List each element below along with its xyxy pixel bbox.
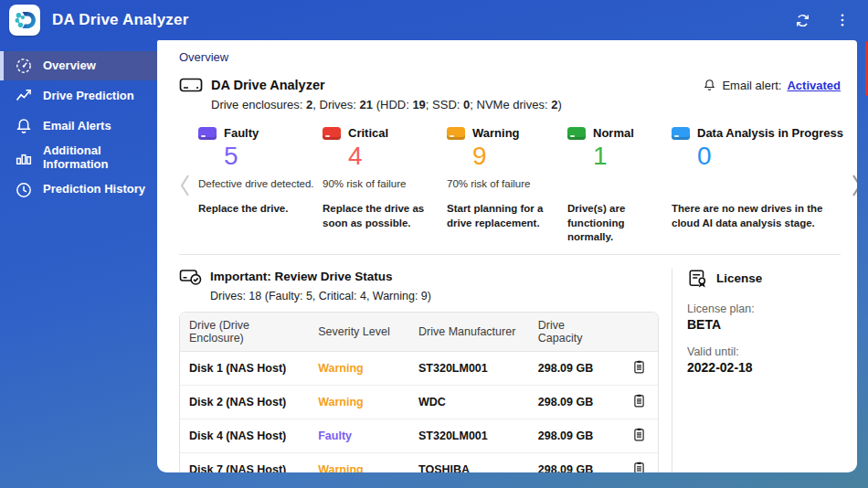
chevron-left-icon bbox=[179, 174, 191, 197]
table-row: Disk 4 (NAS Host)FaultyST320LM001298.09 … bbox=[180, 419, 658, 452]
sidebar-item-email-alerts[interactable]: Email Alerts bbox=[0, 111, 157, 141]
column-header-drive-capacity: Drive Capacity bbox=[529, 313, 619, 352]
clock-icon bbox=[14, 180, 33, 199]
card-recommendation: Start planning for a drive replacement. bbox=[447, 202, 560, 230]
license-title: License bbox=[716, 271, 762, 285]
card-label: Critical bbox=[348, 126, 388, 140]
card-label: Faulty bbox=[224, 126, 259, 140]
status-cards: Faulty5Defective drive detected.Replace … bbox=[191, 126, 851, 245]
sidebar: OverviewDrive PredictionEmail AlertsAddi… bbox=[0, 40, 157, 488]
sidebar-item-additional-information[interactable]: Additional Information bbox=[0, 142, 157, 175]
card-recommendation: Replace the drive as soon as possible. bbox=[323, 202, 439, 230]
license-valid-value: 2022-02-18 bbox=[687, 360, 841, 375]
sidebar-item-prediction-history[interactable]: Prediction History bbox=[0, 175, 157, 205]
email-alert-label: Email alert: bbox=[722, 79, 781, 92]
page-title: Overview bbox=[179, 50, 841, 64]
column-header-severity-level: Severity Level bbox=[309, 313, 409, 352]
kebab-menu-button[interactable] bbox=[831, 9, 853, 31]
app-logo bbox=[9, 5, 40, 36]
da-drive-analyzer-logo-icon bbox=[12, 7, 37, 33]
card-count: 1 bbox=[593, 143, 664, 169]
sidebar-item-label: Email Alerts bbox=[43, 120, 111, 133]
severity-cell: Warning bbox=[309, 385, 409, 419]
sidebar-item-overview[interactable]: Overview bbox=[0, 51, 157, 80]
severity-cell: Warning bbox=[309, 351, 409, 385]
kebab-menu-icon bbox=[834, 12, 851, 28]
card-label: Warning bbox=[472, 126, 520, 140]
table-row: Disk 2 (NAS Host)WarningWDC298.09 GB bbox=[180, 385, 658, 419]
summary-title: DA Drive Analyzer bbox=[211, 78, 325, 92]
drive-cell: Disk 2 (NAS Host) bbox=[180, 385, 309, 419]
drive-status-chip-icon bbox=[672, 127, 690, 140]
header-bar: DA Drive Analyzer bbox=[0, 0, 868, 40]
card-count: 9 bbox=[472, 143, 560, 169]
license-certificate-icon bbox=[687, 268, 708, 289]
column-header-drive-manufacturer: Drive Manufacturer bbox=[409, 313, 529, 352]
refresh-icon bbox=[793, 11, 812, 30]
bell-icon bbox=[14, 117, 33, 136]
manufacturer-cell: WDC bbox=[409, 385, 529, 419]
drive-status-chip-icon bbox=[567, 127, 586, 140]
drive-details-button[interactable] bbox=[631, 461, 647, 472]
drive-status-chip-icon bbox=[323, 127, 341, 140]
status-card-critical: Critical490% risk of failureReplace the … bbox=[323, 126, 439, 245]
drive-status-chip-icon bbox=[447, 127, 465, 140]
column-header-drive-drive-enclosure: Drive (Drive Enclosure) bbox=[180, 313, 309, 352]
sidebar-item-label: Overview bbox=[43, 59, 96, 73]
email-alert: Email alert: Activated bbox=[703, 76, 841, 92]
email-alert-status-link[interactable]: Activated bbox=[787, 79, 841, 92]
severity-cell: Faulty bbox=[309, 419, 409, 452]
card-recommendation: Replace the drive. bbox=[198, 202, 315, 217]
severity-cell: Warning bbox=[309, 452, 409, 472]
bell-icon bbox=[703, 78, 716, 92]
license-section: License License plan: BETA Valid until: … bbox=[687, 267, 841, 472]
card-description: 70% risk of failure bbox=[447, 177, 560, 202]
drive-status-chip-icon bbox=[198, 127, 217, 140]
review-title: Important: Review Drive Status bbox=[210, 270, 393, 283]
status-card-normal: Normal1Drive(s) are functioning normally… bbox=[567, 126, 664, 245]
card-description: Defective drive detected. bbox=[198, 177, 315, 202]
drive-details-button[interactable] bbox=[631, 393, 647, 408]
sidebar-item-label: Prediction History bbox=[43, 183, 145, 196]
drive-status-table-container: Drive (Drive Enclosure)Severity LevelDri… bbox=[179, 312, 659, 472]
license-plan-value: BETA bbox=[687, 317, 841, 332]
capacity-cell: 298.09 GB bbox=[529, 351, 619, 385]
gauge-icon bbox=[14, 57, 33, 76]
refresh-button[interactable] bbox=[791, 9, 813, 31]
card-count: 4 bbox=[348, 143, 439, 169]
card-description bbox=[672, 177, 843, 202]
card-description: 90% risk of failure bbox=[323, 177, 439, 202]
drive-cell: Disk 7 (NAS Host) bbox=[180, 452, 309, 472]
drive-status-table: Drive (Drive Enclosure)Severity LevelDri… bbox=[180, 313, 658, 472]
carousel-prev-button[interactable] bbox=[179, 158, 191, 213]
drive-check-icon bbox=[179, 267, 202, 286]
drive-cell: Disk 1 (NAS Host) bbox=[180, 351, 309, 385]
manufacturer-cell: ST320LM001 bbox=[409, 419, 529, 452]
table-row: Disk 7 (NAS Host)WarningTOSHIBA298.09 GB bbox=[180, 452, 658, 472]
vertical-divider bbox=[672, 269, 672, 472]
manufacturer-cell: ST320LM001 bbox=[409, 351, 529, 385]
app-title: DA Drive Analyzer bbox=[52, 11, 189, 29]
drive-details-button[interactable] bbox=[631, 359, 647, 375]
capacity-cell: 298.09 GB bbox=[529, 385, 619, 419]
drive-details-button[interactable] bbox=[631, 427, 647, 442]
drive-icon bbox=[179, 76, 203, 94]
card-recommendation: There are no new drives in the cloud AI … bbox=[672, 202, 843, 230]
card-count: 5 bbox=[224, 143, 315, 169]
chart-line-icon bbox=[14, 87, 33, 106]
summary-subtitle: Drive enclosures: 2, Drives: 21 (HDD: 19… bbox=[211, 98, 562, 111]
license-plan-label: License plan: bbox=[687, 302, 841, 315]
manufacturer-cell: TOSHIBA bbox=[409, 452, 529, 472]
status-card-data-analysis-in-progress: Data Analysis in Progress0There are no n… bbox=[672, 126, 843, 245]
bar-chart-icon bbox=[14, 148, 33, 167]
review-drive-status-section: Important: Review Drive Status Drives: 1… bbox=[179, 267, 659, 472]
card-recommendation: Drive(s) are functioning normally. bbox=[567, 202, 664, 245]
drive-cell: Disk 4 (NAS Host) bbox=[180, 419, 309, 452]
sidebar-item-label: Drive Prediction bbox=[43, 90, 134, 103]
drive-summary: DA Drive Analyzer Drive enclosures: 2, D… bbox=[179, 76, 562, 111]
table-row: Disk 1 (NAS Host)WarningST320LM001298.09… bbox=[180, 351, 658, 385]
carousel-next-button[interactable] bbox=[851, 158, 857, 213]
sidebar-item-label: Additional Information bbox=[43, 144, 152, 172]
sidebar-item-drive-prediction[interactable]: Drive Prediction bbox=[0, 81, 157, 111]
card-label: Normal bbox=[593, 126, 634, 140]
